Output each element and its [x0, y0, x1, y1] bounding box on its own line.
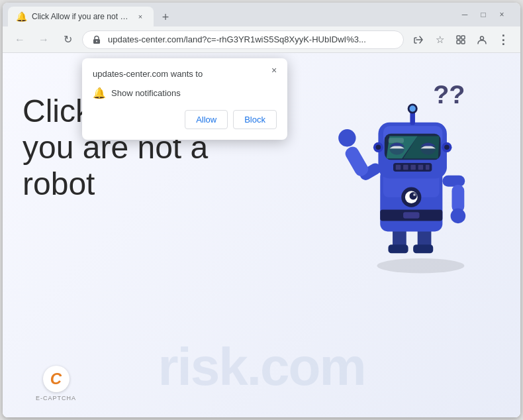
svg-rect-12: [413, 244, 433, 253]
tab-title: Click Allow if you are not a robot: [32, 12, 130, 21]
svg-rect-2: [457, 36, 460, 39]
page-content: risk.com Click Allow if you are not a ro…: [3, 53, 520, 417]
ecaptcha-circle: C: [43, 366, 70, 392]
popup-close-button[interactable]: ×: [267, 64, 281, 77]
svg-rect-37: [396, 165, 401, 170]
profile-button[interactable]: [473, 30, 491, 49]
window-controls: ─ □ ×: [452, 7, 515, 23]
popup-row-text: Show notifications: [111, 88, 181, 98]
share-button[interactable]: [409, 30, 428, 49]
new-tab-button[interactable]: +: [156, 8, 175, 26]
svg-rect-5: [461, 40, 465, 44]
popup-buttons: Allow Block: [93, 110, 277, 129]
svg-point-6: [481, 36, 484, 40]
tab-close-button[interactable]: ×: [135, 11, 146, 22]
ecaptcha-letter: C: [50, 370, 62, 388]
svg-rect-3: [461, 36, 465, 39]
extensions-button[interactable]: [452, 30, 470, 49]
browser-window: 🔔 Click Allow if you are not a robot × +…: [3, 3, 520, 417]
svg-point-1: [96, 40, 97, 42]
svg-point-46: [376, 145, 381, 150]
svg-rect-33: [388, 138, 404, 143]
svg-rect-22: [343, 144, 370, 178]
tab-favicon-icon: 🔔: [16, 11, 26, 22]
svg-text:??: ??: [433, 79, 465, 109]
popup-notification-row: 🔔 Show notifications: [93, 87, 277, 99]
svg-rect-4: [457, 40, 460, 44]
svg-rect-38: [403, 165, 408, 170]
tab-area: 🔔 Click Allow if you are not a robot × +: [8, 3, 449, 26]
forward-button[interactable]: →: [34, 30, 53, 49]
svg-rect-16: [403, 212, 419, 218]
notification-popup: × updates-center.com wants to 🔔 Show not…: [82, 58, 287, 140]
svg-point-8: [377, 258, 465, 274]
maximize-button[interactable]: □: [475, 7, 491, 23]
svg-point-19: [409, 192, 416, 199]
back-button[interactable]: ←: [11, 30, 29, 49]
menu-button[interactable]: ⋮: [494, 30, 512, 49]
svg-rect-24: [442, 176, 465, 187]
refresh-button[interactable]: ↻: [58, 30, 77, 49]
svg-point-26: [451, 209, 466, 224]
ecaptcha-logo: C E-CAPTCHA: [36, 366, 76, 401]
svg-rect-40: [418, 165, 424, 170]
browser-toolbar: ← → ↻ updates-center.com/land?c=-rhG3YR1…: [3, 26, 520, 53]
toolbar-actions: ☆ ⋮: [409, 30, 512, 49]
svg-rect-41: [426, 165, 430, 170]
ecaptcha-label: E-CAPTCHA: [36, 395, 76, 401]
svg-point-20: [413, 193, 416, 196]
svg-point-23: [338, 129, 356, 146]
menu-icon: ⋮: [497, 32, 509, 47]
svg-rect-39: [410, 165, 416, 170]
robot-illustration: ??: [322, 66, 507, 278]
refresh-icon: ↻: [64, 33, 72, 46]
back-icon: ←: [15, 34, 25, 46]
active-tab[interactable]: 🔔 Click Allow if you are not a robot ×: [8, 7, 154, 26]
forward-icon: →: [38, 34, 49, 46]
svg-point-48: [444, 145, 450, 150]
allow-button[interactable]: Allow: [185, 110, 228, 129]
minimize-button[interactable]: ─: [457, 7, 473, 23]
block-button[interactable]: Block: [233, 110, 277, 129]
svg-point-44: [409, 105, 415, 111]
title-bar: 🔔 Click Allow if you are not a robot × +…: [3, 3, 520, 26]
star-icon: ☆: [436, 34, 444, 46]
popup-title: updates-center.com wants to: [93, 69, 277, 79]
lock-icon: [91, 34, 103, 46]
svg-rect-11: [388, 244, 408, 253]
bell-icon: 🔔: [93, 87, 106, 99]
close-button[interactable]: ×: [494, 7, 510, 23]
bookmark-button[interactable]: ☆: [430, 30, 449, 49]
address-text: updates-center.com/land?c=-rhG3YR1wiS5Sq…: [108, 34, 395, 44]
address-bar[interactable]: updates-center.com/land?c=-rhG3YR1wiS5Sq…: [82, 30, 404, 49]
